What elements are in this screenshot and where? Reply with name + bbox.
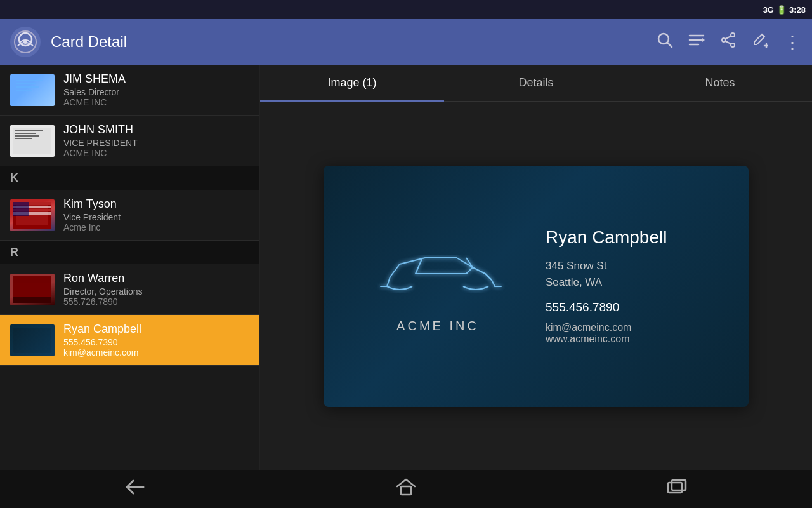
card-address: 345 Snow St Seattle, WA (546, 258, 723, 290)
contact-company-jim: ACME INC (63, 97, 249, 107)
bottom-nav (0, 470, 812, 508)
contact-title-ryan: 555.456.7390 (63, 337, 249, 347)
business-card: Acme Inc Ryan Campbell 345 Snow St Seatt… (324, 166, 749, 407)
svg-rect-26 (13, 276, 51, 283)
svg-marker-8 (702, 38, 705, 42)
tab-image[interactable]: Image (1) (260, 65, 444, 101)
card-phone: 555.456.7890 (546, 300, 723, 314)
contact-thumb-jim (10, 74, 55, 106)
contact-thumb-john (10, 125, 55, 157)
company-logo-text: Acme Inc (396, 319, 479, 333)
contact-thumb-kim (10, 199, 55, 231)
status-icons: 3G 🔋 3:28 (763, 5, 806, 15)
top-bar: Card Detail (0, 19, 812, 65)
contact-info-ron: Ron Warren Director, Operations 555.726.… (63, 272, 249, 307)
contact-title-john: VICE PRESIDENT (63, 138, 249, 148)
svg-line-4 (667, 43, 672, 47)
card-address1: 345 Snow St (546, 260, 606, 272)
main-layout: JIM SHEMA Sales Director ACME INC JOHN S… (0, 65, 812, 470)
svg-point-9 (731, 33, 735, 37)
status-bar: 3G 🔋 3:28 (0, 0, 812, 19)
contact-name-ron: Ron Warren (63, 272, 249, 285)
contact-title-jim: Sales Director (63, 87, 249, 97)
svg-rect-29 (668, 483, 682, 493)
card-person-name: Ryan Campbell (546, 227, 723, 248)
filter-icon[interactable] (688, 33, 705, 51)
tab-details[interactable]: Details (444, 65, 628, 101)
svg-point-10 (731, 43, 735, 47)
right-panel: Image (1) Details Notes (260, 65, 812, 470)
contact-item-ryan-campbell[interactable]: Ryan Campbell 555.456.7390 kim@acmeinc.c… (0, 315, 259, 366)
contact-item-john-smith[interactable]: JOHN SMITH VICE PRESIDENT ACME INC (0, 116, 259, 166)
svg-line-14 (762, 34, 764, 37)
app-logo (10, 27, 41, 57)
battery-icon: 🔋 (776, 5, 787, 15)
contact-info-ryan: Ryan Campbell 555.456.7390 kim@acmeinc.c… (63, 323, 249, 358)
section-header-k: K (0, 166, 259, 190)
contacts-sidebar: JIM SHEMA Sales Director ACME INC JOHN S… (0, 65, 260, 470)
card-left: Acme Inc (349, 239, 527, 333)
contact-name-jim: JIM SHEMA (63, 72, 249, 86)
more-options-icon[interactable]: ⋮ (783, 32, 802, 53)
svg-line-12 (726, 36, 731, 39)
contact-name-john: JOHN SMITH (63, 123, 249, 137)
svg-rect-25 (13, 283, 51, 297)
contact-company-ron: 555.726.7890 (63, 297, 249, 307)
contact-name-ryan: Ryan Campbell (63, 323, 249, 336)
svg-rect-23 (13, 202, 29, 216)
svg-line-13 (726, 41, 731, 44)
tabs: Image (1) Details Notes (260, 65, 812, 102)
contact-item-kim-tyson[interactable]: Kim Tyson Vice President Acme Inc (0, 190, 259, 241)
contact-info-kim: Kim Tyson Vice President Acme Inc (63, 197, 249, 232)
share-icon[interactable] (720, 32, 737, 52)
contact-thumb-ron (10, 274, 55, 305)
section-header-r: R (0, 241, 259, 264)
svg-rect-28 (401, 486, 411, 495)
top-bar-actions: ⋮ (657, 32, 802, 53)
back-button[interactable] (105, 473, 165, 505)
contact-company-kim: Acme Inc (63, 222, 249, 232)
recents-button[interactable] (647, 473, 707, 505)
svg-rect-30 (672, 480, 686, 490)
contact-title-ron: Director, Operations (63, 286, 249, 297)
card-website: www.acmeinc.com (546, 333, 723, 345)
contact-company-john: ACME INC (63, 148, 249, 158)
car-logo-svg (368, 239, 508, 309)
network-indicator: 3G (763, 5, 774, 15)
contact-info-john: JOHN SMITH VICE PRESIDENT ACME INC (63, 123, 249, 158)
tab-notes[interactable]: Notes (628, 65, 812, 101)
search-icon[interactable] (657, 32, 673, 52)
page-title: Card Detail (51, 33, 646, 51)
contact-info-jim: JIM SHEMA Sales Director ACME INC (63, 72, 249, 107)
card-address2: Seattle, WA (546, 276, 602, 288)
contact-thumb-ryan (10, 324, 55, 356)
contact-title-kim: Vice President (63, 212, 249, 222)
edit-add-icon[interactable] (752, 32, 768, 52)
card-right: Ryan Campbell 345 Snow St Seattle, WA 55… (546, 227, 723, 345)
svg-point-11 (722, 38, 726, 42)
home-button[interactable] (376, 472, 436, 506)
contact-company-ryan: kim@acmeinc.com (63, 347, 249, 358)
contact-item-ron-warren[interactable]: Ron Warren Director, Operations 555.726.… (0, 264, 259, 315)
contact-name-kim: Kim Tyson (63, 197, 249, 211)
card-image-area: Acme Inc Ryan Campbell 345 Snow St Seatt… (260, 102, 812, 470)
clock: 3:28 (789, 5, 806, 15)
contact-item-jim-shema[interactable]: JIM SHEMA Sales Director ACME INC (0, 65, 259, 116)
svg-point-2 (23, 40, 27, 44)
card-email: kim@acmeinc.com (546, 322, 723, 333)
